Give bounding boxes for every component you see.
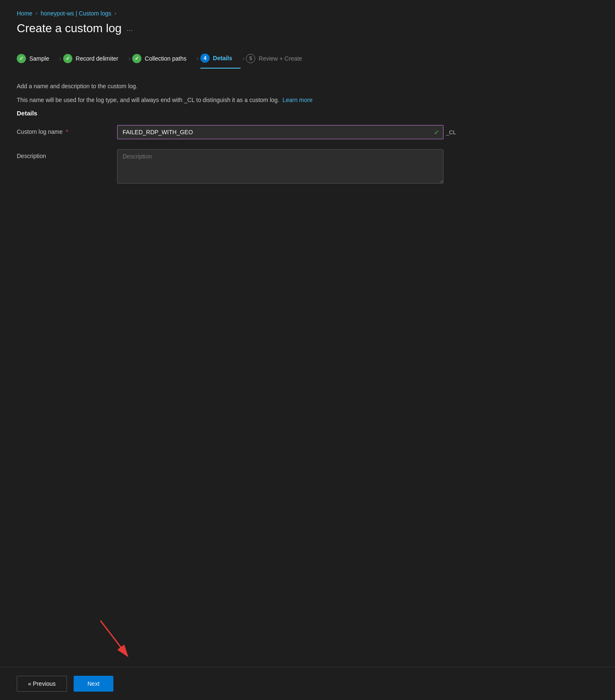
custom-log-name-input[interactable] xyxy=(117,125,443,139)
page-title: Create a custom log xyxy=(17,22,122,35)
breadcrumb: Home › honeypot-ws | Custom logs › xyxy=(17,10,443,17)
step-label-collection-paths: Collection paths xyxy=(145,55,187,62)
description-line2: This name will be used for the log type,… xyxy=(17,96,443,105)
custom-log-name-input-wrapper: ✓ _CL xyxy=(117,125,443,139)
breadcrumb-sep-2: › xyxy=(115,10,116,16)
breadcrumb-home[interactable]: Home xyxy=(17,10,32,17)
step-label-record-delimiter: Record delimiter xyxy=(76,55,118,62)
step-icon-details: 4 xyxy=(200,54,210,63)
step-icon-collection-paths: ✓ xyxy=(132,54,141,63)
input-valid-icon: ✓ xyxy=(434,128,439,136)
previous-button[interactable]: « Previous xyxy=(17,676,67,692)
step-label-sample: Sample xyxy=(29,55,49,62)
required-indicator: * xyxy=(66,128,68,135)
section-heading: Details xyxy=(17,110,443,117)
form-row-description: Description xyxy=(17,149,443,185)
description-line2-text: This name will be used for the log type,… xyxy=(17,97,279,103)
step-label-review: Review + Create xyxy=(259,55,302,62)
bottom-bar: « Previous Next xyxy=(0,667,615,700)
step-sep-1: › xyxy=(59,55,61,62)
wizard-steps: ✓ Sample › ✓ Record delimiter › ✓ Collec… xyxy=(17,49,443,69)
description-textarea[interactable] xyxy=(117,149,443,184)
svg-line-1 xyxy=(100,621,128,656)
wizard-step-review[interactable]: 5 Review + Create xyxy=(246,49,310,68)
wizard-step-record-delimiter[interactable]: ✓ Record delimiter xyxy=(63,49,127,68)
description-label: Description xyxy=(17,149,109,159)
custom-log-name-label: Custom log name * xyxy=(17,125,109,135)
form-row-custom-log-name: Custom log name * ✓ _CL xyxy=(17,125,443,139)
wizard-step-details[interactable]: 4 Details xyxy=(200,49,241,69)
step-icon-review: 5 xyxy=(246,54,255,63)
breadcrumb-workspace[interactable]: honeypot-ws | Custom logs xyxy=(41,10,111,17)
step-sep-2: › xyxy=(128,55,131,62)
arrow-annotation xyxy=(92,616,142,667)
wizard-step-sample[interactable]: ✓ Sample xyxy=(17,49,57,68)
page-title-row: Create a custom log ... xyxy=(17,22,443,35)
description-input-wrapper xyxy=(117,149,443,185)
step-sep-3: › xyxy=(197,55,199,62)
description-line1: Add a name and description to the custom… xyxy=(17,82,443,91)
learn-more-link[interactable]: Learn more xyxy=(282,97,313,103)
wizard-step-collection-paths[interactable]: ✓ Collection paths xyxy=(132,49,195,68)
step-icon-record-delimiter: ✓ xyxy=(63,54,72,63)
breadcrumb-sep-1: › xyxy=(36,10,37,16)
step-icon-sample: ✓ xyxy=(17,54,26,63)
next-button[interactable]: Next xyxy=(74,676,113,692)
log-suffix-label: _CL xyxy=(446,129,456,135)
step-sep-4: › xyxy=(242,55,244,62)
step-label-details: Details xyxy=(213,55,232,61)
page-title-ellipsis[interactable]: ... xyxy=(127,24,133,33)
